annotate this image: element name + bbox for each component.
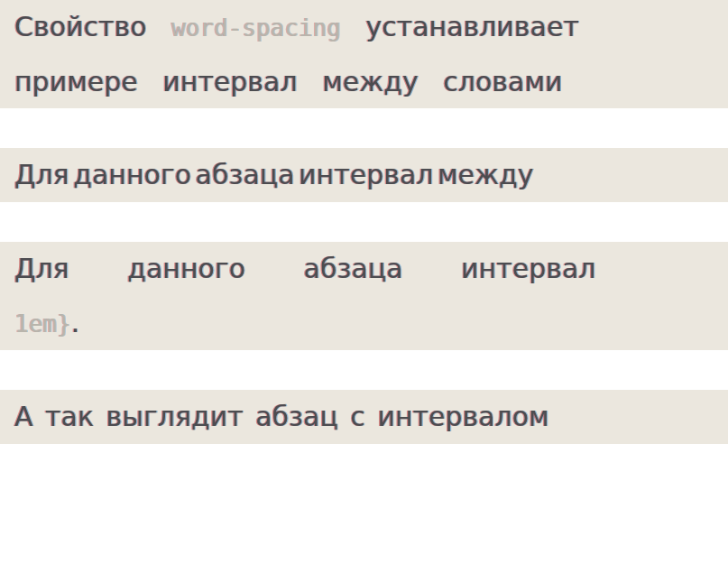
code-word-spacing: word-spacing	[171, 14, 341, 42]
code-1em-after: .	[71, 307, 80, 338]
gap-3	[0, 350, 728, 390]
paragraph-intro: Свойство word-spacing устанавливает прим…	[0, 0, 728, 108]
gap-1	[0, 108, 728, 148]
intro-line-2: примере интервал между словами	[14, 55, 714, 108]
intro-text-after-code: устанавливает	[341, 11, 579, 42]
wide-line-1: Для данного абзаца интервал	[14, 253, 595, 284]
paragraph-wide: Для данного абзаца интервал 1em}.	[0, 242, 728, 350]
gap-2	[0, 202, 728, 242]
intro-text-before-code: Свойство	[14, 11, 171, 42]
paragraph-last: А так выглядит абзац с интервалом	[0, 390, 728, 444]
code-1em: 1em}	[14, 310, 71, 337]
paragraph-tight: Для данного абзаца интервал между	[0, 148, 728, 202]
last-text: А так выглядит абзац с интервалом	[14, 401, 549, 432]
tight-text: Для данного абзаца интервал между	[14, 159, 534, 190]
